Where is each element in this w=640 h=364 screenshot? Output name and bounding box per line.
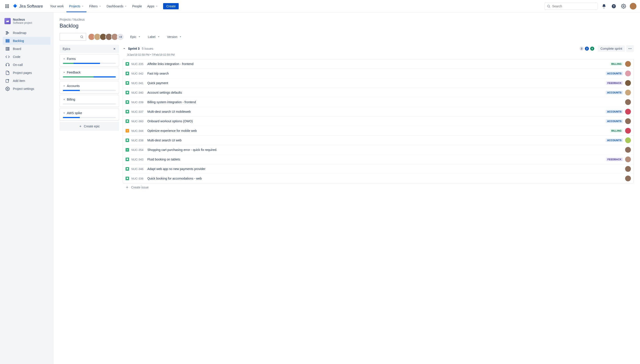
- issue-key[interactable]: NUC-335: [131, 62, 145, 66]
- issue-summary: Fast trip search: [147, 72, 603, 75]
- issue-row[interactable]: NUC-339Billing system integration - fron…: [123, 98, 633, 107]
- epic-card[interactable]: Billing: [60, 95, 119, 107]
- issue-row[interactable]: NUC-336Quick booking for accomodations -…: [123, 174, 633, 183]
- sidebar-item-backlog[interactable]: Backlog: [3, 37, 51, 45]
- epic-badge[interactable]: ACCOUNTS: [606, 91, 623, 94]
- sidebar-item-label: Backlog: [13, 39, 24, 42]
- assignee-avatar[interactable]: [625, 147, 631, 153]
- nav-item-your-work[interactable]: Your work: [47, 0, 66, 12]
- app-switcher-icon[interactable]: [4, 3, 11, 10]
- project-header[interactable]: Nucleus Software project: [3, 18, 51, 24]
- epic-badge[interactable]: FEEDBACK: [606, 158, 623, 161]
- assignee-avatar[interactable]: [625, 109, 631, 114]
- sprint-toggle-icon[interactable]: [123, 47, 126, 50]
- issue-key[interactable]: NUC-344: [131, 129, 145, 132]
- assignee-avatar[interactable]: [625, 128, 631, 134]
- issue-key[interactable]: NUC-346: [131, 167, 145, 171]
- assignee-avatar[interactable]: [625, 166, 631, 172]
- create-button[interactable]: Create: [163, 3, 179, 9]
- assignee-filter-avatars[interactable]: +3: [89, 33, 124, 40]
- story-icon: [126, 81, 129, 85]
- issue-row[interactable]: NUC-360Onboard workout options (OWO)ACCO…: [123, 116, 633, 126]
- global-search[interactable]: [544, 3, 598, 10]
- issue-row[interactable]: NUC-335Affelite links integration - fron…: [123, 59, 633, 69]
- epic-badge[interactable]: BILLING: [610, 129, 623, 132]
- epic-card[interactable]: Forms: [60, 54, 119, 66]
- assignee-avatar[interactable]: [625, 90, 631, 96]
- assignee-avatar[interactable]: [625, 176, 631, 181]
- issue-key[interactable]: NUC-360: [131, 120, 145, 123]
- nav-item-people[interactable]: People: [130, 0, 145, 12]
- issue-key[interactable]: NUC-336: [131, 177, 145, 180]
- sprint-more-button[interactable]: [626, 45, 634, 52]
- nav-item-filters[interactable]: Filters: [86, 0, 104, 12]
- profile-avatar[interactable]: [630, 3, 636, 10]
- sidebar-item-on-call[interactable]: On-call: [3, 61, 51, 69]
- epic-badge[interactable]: ACCOUNTS: [606, 110, 623, 114]
- issue-row[interactable]: NUC-338Multi-dest search UI webACCOUNTS: [123, 136, 633, 145]
- assignee-avatar[interactable]: [625, 118, 631, 124]
- issue-key[interactable]: NUC-339: [131, 100, 145, 104]
- nav-item-dashboards[interactable]: Dashboards: [104, 0, 130, 12]
- issue-row[interactable]: NUC-342Fast trip searchACCOUNTS: [123, 69, 633, 78]
- sidebar-item-board[interactable]: Board: [3, 45, 51, 53]
- issue-key[interactable]: NUC-343: [131, 158, 145, 161]
- epic-card[interactable]: Feedback: [60, 68, 119, 80]
- create-issue-button[interactable]: Create issue: [123, 183, 634, 191]
- backlog-search[interactable]: [60, 33, 86, 41]
- filter-epic[interactable]: Epic: [129, 34, 142, 40]
- issue-row[interactable]: NUC-344Optimize experience for mobile we…: [123, 126, 633, 136]
- epic-card[interactable]: Accounts: [60, 81, 119, 94]
- assignee-avatar[interactable]: [625, 61, 631, 67]
- sprint-header: Sprint 3 5 issues 3 2 0 Complete sprint: [123, 45, 634, 53]
- task-icon: [126, 129, 129, 132]
- issue-key[interactable]: NUC-340: [131, 91, 145, 94]
- assignee-avatar[interactable]: [625, 138, 631, 143]
- sidebar-item-code[interactable]: Code: [3, 53, 51, 61]
- epic-badge[interactable]: BILLING: [610, 62, 623, 66]
- assignee-avatar[interactable]: [625, 99, 631, 105]
- complete-sprint-button[interactable]: Complete sprint: [598, 46, 625, 52]
- assignee-avatar[interactable]: [625, 156, 631, 162]
- issue-row[interactable]: NUC-341Quick paymentFEEDBACK: [123, 78, 633, 88]
- search-input[interactable]: [552, 4, 595, 8]
- chevron-right-icon: [63, 84, 66, 87]
- issue-key[interactable]: NUC-342: [131, 72, 145, 75]
- epic-badge[interactable]: ACCOUNTS: [606, 120, 623, 123]
- sidebar-item-add-item[interactable]: Add item: [3, 77, 51, 85]
- settings-icon[interactable]: [620, 3, 627, 10]
- sidebar-item-project-settings[interactable]: Project settings: [3, 85, 51, 93]
- breadcrumb-root[interactable]: Projects: [60, 18, 71, 21]
- epic-badge[interactable]: ACCOUNTS: [606, 138, 623, 142]
- nav-item-projects[interactable]: Projects: [66, 0, 87, 12]
- sprint-name[interactable]: Sprint 3: [128, 47, 140, 50]
- sidebar-item-project-pages[interactable]: Project pages: [3, 69, 51, 77]
- issue-row[interactable]: NUC-337Multi-dest search UI mobilewebACC…: [123, 107, 633, 116]
- issue-key[interactable]: NUC-337: [131, 110, 145, 114]
- sidebar-item-roadmap[interactable]: Roadmap: [3, 29, 51, 37]
- filter-version[interactable]: Version: [166, 34, 183, 40]
- assignee-avatar[interactable]: [625, 80, 631, 86]
- issue-key[interactable]: NUC-354: [131, 148, 145, 152]
- epic-badge[interactable]: FEEDBACK: [606, 81, 623, 85]
- issue-row[interactable]: NUC-343Fluid booking on tabletsFEEDBACK: [123, 155, 633, 164]
- help-icon[interactable]: ?: [610, 3, 617, 10]
- epic-card[interactable]: AWS spike: [60, 108, 119, 120]
- avatar-overflow[interactable]: +3: [117, 33, 124, 40]
- filter-label[interactable]: Label: [147, 34, 161, 40]
- epic-badge[interactable]: ACCOUNTS: [606, 72, 623, 75]
- issue-row[interactable]: NUC-354Shopping cart purchasing error - …: [123, 145, 633, 155]
- issue-key[interactable]: NUC-338: [131, 139, 145, 142]
- project-name: Nucleus: [13, 18, 32, 21]
- create-epic-button[interactable]: Create epic: [60, 122, 119, 131]
- nav-item-apps[interactable]: Apps: [145, 0, 161, 12]
- assignee-avatar[interactable]: [625, 70, 631, 76]
- jira-logo[interactable]: Jira Software: [13, 4, 43, 9]
- notifications-icon[interactable]: [600, 3, 607, 10]
- issue-key[interactable]: NUC-341: [131, 82, 145, 85]
- issue-row[interactable]: NUC-346Adapt web app no new payments pro…: [123, 164, 633, 174]
- top-navigation: Jira Software Your workProjectsFiltersDa…: [0, 0, 640, 12]
- issue-summary: Optimize experience for mobile web: [147, 129, 608, 132]
- close-epics-icon[interactable]: [113, 47, 116, 50]
- issue-row[interactable]: NUC-340Account settings defaultsACCOUNTS: [123, 88, 633, 98]
